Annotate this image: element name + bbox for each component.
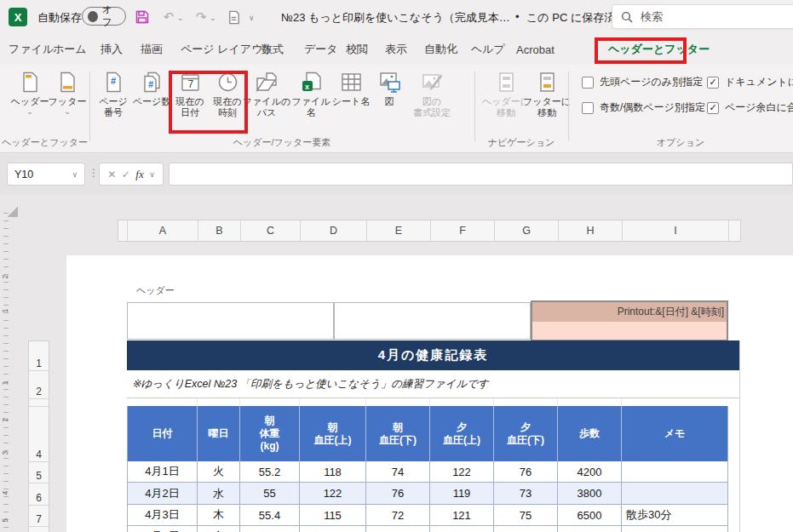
cell[interactable]: 4月1日 [127, 461, 198, 483]
checkbox-checked-icon[interactable]: ✓ [707, 77, 719, 89]
column-header-F[interactable]: F [431, 220, 495, 241]
format-picture-button[interactable]: 図の 書式設定 [409, 71, 455, 118]
tab-review[interactable]: 校閲 [342, 34, 371, 65]
name-box-caret-icon[interactable]: ∨ [72, 170, 78, 179]
sheet-subtitle-cell[interactable]: ※ゆっくりExcel №23 「印刷をもっと使いこなそう」の練習ファイルです [127, 370, 739, 398]
saved-status-caret-icon[interactable]: ∨ [588, 14, 594, 22]
row-header-3[interactable] [29, 399, 49, 407]
column-header-B[interactable]: B [198, 220, 241, 241]
header-section-left[interactable] [127, 302, 334, 340]
cell[interactable] [622, 483, 728, 505]
cell[interactable] [494, 526, 558, 532]
go-to-footer-button[interactable]: フッターに 移動 [521, 71, 572, 118]
table-header-cell[interactable]: 夕 血圧(下) [494, 406, 558, 461]
enter-formula-icon[interactable]: ✓ [122, 169, 130, 180]
column-header-G[interactable]: G [495, 220, 559, 241]
tab-acrobat[interactable]: Acrobat [513, 34, 558, 65]
table-header-cell[interactable]: 曜日 [198, 406, 240, 461]
table-header-cell[interactable]: 夕 血圧(上) [430, 406, 494, 461]
cell[interactable]: 散歩30分 [622, 505, 728, 526]
tab-home[interactable]: ホーム [49, 34, 90, 65]
tab-data[interactable]: データ [301, 34, 342, 65]
cell[interactable]: 水 [198, 483, 240, 505]
autosave-toggle[interactable]: オフ [82, 7, 126, 26]
cell[interactable]: 4月2日 [127, 483, 198, 505]
column-header-E[interactable]: E [367, 220, 431, 241]
cancel-formula-icon[interactable]: ✕ [107, 169, 116, 180]
sheet-title-cell[interactable]: 4月の健康記録表 [127, 340, 739, 370]
cell[interactable]: 木 [198, 505, 240, 526]
cell[interactable]: 火 [198, 461, 240, 483]
checkbox-unchecked-icon[interactable] [582, 77, 594, 89]
file-name-button[interactable]: x ファイル名 [288, 71, 334, 118]
table-header-cell[interactable]: メモ [622, 406, 728, 461]
cell[interactable]: 119 [430, 483, 494, 505]
qat-more-icon[interactable]: ∨ [249, 14, 255, 22]
row-header-1[interactable]: 1 [29, 341, 49, 371]
tab-insert[interactable]: 挿入 [97, 34, 126, 65]
cell[interactable]: 6500 [558, 505, 622, 526]
cell[interactable]: 73 [494, 483, 558, 505]
column-header-H[interactable]: H [559, 220, 623, 241]
file-path-button[interactable]: ファイルの パス [242, 71, 291, 118]
formula-input[interactable] [169, 163, 793, 186]
cell[interactable] [622, 461, 728, 483]
tab-formulas[interactable]: 数式 [258, 34, 287, 65]
row-header-4[interactable]: 4 [29, 407, 49, 462]
cell[interactable]: 122 [300, 483, 366, 505]
undo-button[interactable]: ↶ [158, 7, 179, 27]
row-header-2[interactable]: 2 [29, 371, 49, 399]
header-section-right-selected[interactable]: Printout:&[日付] &[時刻] [531, 300, 728, 341]
cell[interactable]: 72 [366, 505, 430, 526]
row-header-5[interactable]: 5 [29, 462, 49, 483]
cell[interactable]: 121 [430, 505, 494, 526]
table-header-cell[interactable]: 日付 [127, 406, 198, 461]
cell[interactable] [366, 526, 430, 532]
table-header-cell[interactable]: 朝 体重 (kg) [240, 406, 300, 461]
cell[interactable]: 55.2 [240, 461, 300, 483]
option-odd-even[interactable]: 奇数/偶数ページ別指定 [582, 100, 705, 115]
cell[interactable]: 55 [240, 483, 300, 505]
column-header-D[interactable]: D [301, 220, 367, 241]
cell[interactable]: 74 [366, 461, 430, 483]
tab-draw[interactable]: 描画 [137, 34, 166, 65]
column-header-C[interactable]: C [241, 220, 301, 241]
table-header-cell[interactable]: 朝 血圧(下) [366, 406, 430, 461]
cell[interactable]: 122 [430, 461, 494, 483]
cell[interactable] [558, 526, 622, 532]
cell[interactable]: 75 [494, 505, 558, 526]
table-header-cell[interactable]: 朝 血圧(上) [300, 406, 366, 461]
cell[interactable] [622, 526, 728, 532]
option-scale-with-doc[interactable]: ✓ ドキュメントに合わせ [707, 75, 793, 89]
redo-caret-icon[interactable]: ⌄ [210, 14, 216, 22]
tab-help[interactable]: ヘルプ [468, 34, 509, 65]
cell[interactable]: 115 [300, 505, 366, 526]
cell[interactable]: 76 [366, 483, 430, 505]
spacer-row[interactable] [127, 398, 728, 406]
checkbox-unchecked-icon[interactable] [582, 102, 594, 114]
insert-function-icon[interactable]: fx [135, 168, 143, 181]
print-preview-button[interactable] [223, 7, 244, 27]
column-header-I[interactable]: I [623, 220, 729, 241]
tab-automate[interactable]: 自動化 [421, 34, 461, 65]
vertical-ruler[interactable] [3, 213, 9, 532]
cell[interactable]: 3800 [558, 483, 622, 505]
undo-caret-icon[interactable]: ⌄ [177, 14, 184, 22]
cell[interactable]: 55.4 [240, 505, 300, 526]
cell[interactable] [430, 526, 494, 532]
row-header-6[interactable]: 6 [29, 483, 49, 506]
fx-caret-icon[interactable]: ∨ [149, 170, 155, 179]
cell[interactable] [240, 526, 300, 532]
cell[interactable]: 4月4日 [127, 526, 198, 532]
cell[interactable]: 76 [494, 461, 558, 483]
cell[interactable]: 4200 [558, 461, 622, 483]
cell[interactable]: 4月3日 [127, 505, 198, 526]
name-box[interactable]: Y10 ∨ [7, 163, 85, 186]
save-button[interactable] [132, 7, 152, 27]
search-box[interactable]: 検索 [612, 4, 793, 29]
row-header-7[interactable]: 7 [29, 506, 49, 527]
redo-button[interactable]: ↷ [191, 7, 211, 27]
row-header-8[interactable] [29, 527, 49, 532]
tab-view[interactable]: 表示 [382, 34, 411, 65]
checkbox-checked-icon[interactable]: ✓ [707, 102, 719, 114]
